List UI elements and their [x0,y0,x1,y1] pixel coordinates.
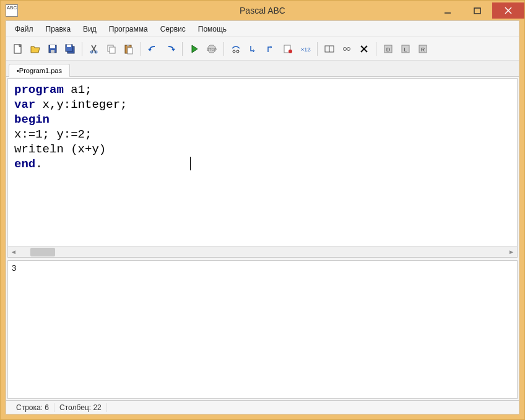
undo-button[interactable] [145,41,161,57]
copy-icon [106,43,117,55]
svg-rect-6 [50,45,55,48]
menu-service[interactable]: Сервис [154,22,192,36]
undo-icon [147,43,158,55]
evaluate-button[interactable]: ×123 [297,41,313,57]
keyword: var [14,98,35,112]
tool3-button[interactable]: R [415,41,431,57]
svg-point-30 [347,47,350,50]
toolbar-separator [317,42,318,56]
open-file-button[interactable] [27,41,43,57]
code-text: . [35,157,42,171]
cut-button[interactable] [86,41,102,57]
svg-point-23 [236,50,239,53]
stop-button[interactable]: STOP [204,41,220,57]
code-text: a1; [64,83,92,97]
close-button[interactable] [492,2,524,19]
step-out-button[interactable] [262,41,279,57]
stop-icon: STOP [206,43,217,55]
breakpoint-button[interactable] [280,41,296,57]
save-all-icon [64,43,76,55]
step-into-icon [248,43,259,55]
redo-icon [165,43,176,55]
step-into-button[interactable] [245,41,261,57]
svg-text:×123: ×123 [301,46,311,53]
keyword: program [14,83,64,97]
maximize-icon [474,7,481,14]
maximize-button[interactable] [462,2,492,19]
window-list-button[interactable] [339,41,355,57]
scroll-left-arrow[interactable]: ◄ [8,247,19,258]
menu-file[interactable]: Файл [9,22,40,36]
window-list-icon [341,43,352,55]
run-button[interactable] [186,41,202,57]
new-file-icon [12,43,24,55]
save-all-button[interactable] [62,41,78,57]
svg-text:STOP: STOP [207,48,217,51]
scroll-right-arrow[interactable]: ► [506,247,517,258]
window-split-icon [324,43,335,55]
copy-button[interactable] [103,41,119,57]
menu-view[interactable]: Вид [77,22,103,36]
redo-button[interactable] [162,41,178,57]
toolbar-separator [223,42,224,56]
minimize-icon [444,7,451,14]
toolbar-separator [376,42,376,56]
evaluate-icon: ×123 [300,43,311,55]
tool2-button[interactable]: L [397,41,414,57]
svg-rect-16 [110,47,115,53]
status-row: Строка: 6 [11,403,54,412]
tool1-icon: D [383,43,394,55]
svg-rect-7 [51,50,54,53]
window-split-button[interactable] [321,41,337,57]
toolbar: STOP ×123 D L R [6,37,519,61]
toolbar-separator [182,42,183,56]
step-out-icon [265,43,276,55]
svg-point-25 [289,50,292,53]
svg-rect-19 [128,48,132,54]
tab-program1[interactable]: •Program1.pas [9,64,70,77]
status-col: Столбец: 22 [54,403,107,412]
close-window-button[interactable] [356,41,372,57]
app-icon: ABC [6,4,18,17]
new-file-button[interactable] [10,41,26,57]
step-over-button[interactable] [228,41,244,57]
scrollbar-thumb[interactable] [30,248,55,256]
tabbar: •Program1.pas [6,61,519,77]
open-file-icon [30,43,41,55]
svg-rect-18 [127,45,129,46]
svg-point-22 [233,50,235,53]
svg-rect-1 [474,8,480,14]
output-text: 3 [12,263,16,273]
keyword: end [14,157,35,171]
svg-text:L: L [404,46,407,53]
save-button[interactable] [45,41,61,57]
statusbar: Строка: 6 Столбец: 22 [6,400,519,414]
toolbar-separator [141,42,141,56]
code-editor[interactable]: program a1; var x,y:integer; begin x:=1;… [8,79,517,246]
menu-help[interactable]: Помощь [192,22,233,36]
menu-program[interactable]: Программа [103,22,154,36]
code-text: x:=1; y:=2; [14,128,92,141]
tool2-icon: L [400,43,411,55]
titlebar[interactable]: ABC Pascal ABC [1,1,524,20]
toolbar-separator [82,42,82,56]
run-icon [189,43,200,55]
client-area: Файл Правка Вид Программа Сервис Помощь … [6,20,519,414]
menu-edit[interactable]: Правка [40,22,77,36]
step-over-icon [230,43,241,55]
output-panel[interactable]: 3 [7,260,518,399]
save-icon [47,43,58,55]
breakpoint-icon [282,43,293,55]
cut-icon [89,43,100,55]
paste-icon [123,43,134,55]
horizontal-scrollbar[interactable]: ◄ ► [8,246,517,257]
tool1-button[interactable]: D [380,41,396,57]
paste-button[interactable] [121,41,137,57]
window-title: Pascal ABC [240,6,285,15]
minimize-button[interactable] [433,2,462,19]
code-text: writeln (x+y) [14,142,106,156]
close-window-icon [358,43,370,55]
main-window: ABC Pascal ABC Файл Правка Вид Программа… [0,0,525,420]
svg-text:D: D [386,46,391,53]
code-text: x,y:integer; [35,98,127,112]
